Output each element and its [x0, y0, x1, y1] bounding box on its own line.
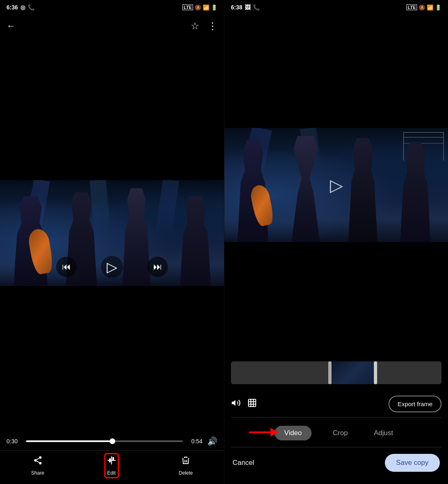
tabs-section: Video Crop Adjust — [224, 418, 448, 447]
svg-line-4 — [36, 458, 39, 460]
svg-point-2 — [39, 462, 42, 464]
edit-highlight-box — [104, 453, 119, 478]
signal-icon-right: 📶 — [427, 4, 433, 11]
rp-body-3 — [343, 138, 383, 242]
bottom-action-row: Cancel Save copy — [224, 447, 448, 484]
svg-point-0 — [39, 456, 42, 459]
play-controls: ⏮ ▷ ⏭ — [0, 256, 224, 278]
rp-member-3 — [343, 138, 383, 242]
rp-member-4 — [395, 142, 436, 242]
current-time: 0:30 — [7, 438, 21, 444]
top-bar-right: ☆ ⋮ — [191, 20, 217, 32]
right-panel: 6:38 🖼 📞 LTE 🔕 📶 🔋 — [224, 0, 448, 484]
delete-icon — [181, 455, 191, 468]
left-panel: 6:36 ◎ 📞 LTE 🔕 📶 🔋 ← ☆ ⋮ — [0, 0, 224, 484]
timeline-handle-right[interactable] — [374, 361, 377, 384]
delete-button[interactable]: Delete — [179, 455, 193, 476]
svg-point-1 — [34, 459, 37, 462]
timeline-track[interactable] — [231, 361, 441, 384]
rp-member-2 — [285, 136, 330, 242]
status-bar-left: 6:36 ◎ 📞 LTE 🔕 📶 🔋 — [0, 0, 224, 15]
mute-icon-right: 🔕 — [419, 4, 425, 11]
top-nav-bar-left: ← ☆ ⋮ — [0, 15, 224, 37]
bottom-nav-bar: Share Edit — [0, 450, 224, 484]
status-right: LTE 🔕 📶 🔋 — [182, 4, 217, 11]
progress-fill — [26, 440, 112, 442]
svg-rect-10 — [248, 399, 256, 407]
play-button-right[interactable]: ▷ — [330, 175, 343, 195]
rp-body-2 — [285, 136, 326, 242]
rp-body-4 — [395, 142, 436, 242]
progress-bar[interactable] — [26, 440, 183, 442]
fast-forward-icon: ⏭ — [153, 262, 162, 272]
frame-export-icon[interactable] — [247, 398, 257, 410]
more-options-button[interactable]: ⋮ — [208, 20, 217, 32]
battery-icon-right: 🔋 — [435, 4, 441, 11]
svg-line-3 — [36, 461, 39, 463]
mute-icon: 🔕 — [195, 4, 201, 11]
delete-label: Delete — [179, 470, 193, 476]
share-label: Share — [31, 470, 44, 476]
end-time: 0:54 — [188, 438, 202, 444]
arrow-pointer — [249, 431, 277, 433]
status-left: 6:36 ◎ 📞 — [7, 4, 35, 11]
volume-button-right[interactable] — [231, 398, 241, 410]
phone-icon: 📞 — [28, 4, 35, 11]
play-button[interactable]: ▷ — [101, 256, 123, 278]
progress-area: 0:30 0:54 🔊 — [0, 428, 224, 450]
red-arrow-shaft — [249, 431, 277, 433]
svg-marker-9 — [232, 400, 235, 406]
edit-button[interactable]: Edit — [107, 455, 116, 476]
share-button[interactable]: Share — [31, 455, 44, 476]
concert-video-left[interactable]: ⏮ ▷ ⏭ — [0, 180, 224, 286]
rewind-button[interactable]: ⏮ — [56, 257, 77, 277]
whatsapp-icon: ◎ — [20, 4, 25, 11]
tab-crop[interactable]: Crop — [328, 427, 353, 440]
export-frame-button[interactable]: Export frame — [389, 396, 441, 412]
timeline-thumbnail — [328, 361, 377, 384]
tab-video[interactable]: Video — [275, 426, 312, 440]
favorite-button[interactable]: ☆ — [191, 20, 200, 32]
tab-adjust[interactable]: Adjust — [369, 427, 398, 440]
lte-icon-right: LTE — [406, 4, 417, 10]
image-icon: 🖼 — [245, 4, 250, 11]
rewind-icon: ⏮ — [62, 262, 71, 272]
time-right: 6:38 — [231, 4, 242, 11]
rp-member-1 — [233, 140, 273, 242]
volume-button-left[interactable]: 🔊 — [207, 436, 217, 446]
share-icon — [33, 455, 43, 468]
back-button[interactable]: ← — [7, 21, 15, 31]
phone-icon-right: 📞 — [253, 4, 260, 11]
save-copy-button[interactable]: Save copy — [385, 454, 440, 472]
signal-icon: 📶 — [203, 4, 209, 11]
timeline-area — [224, 355, 448, 391]
progress-thumb[interactable] — [110, 438, 115, 444]
lte-icon: LTE — [182, 4, 193, 10]
status-left-right: 6:38 🖼 📞 — [231, 4, 260, 11]
controls-row: Export frame — [224, 391, 448, 417]
video-preview-right: ▷ — [224, 15, 448, 355]
fast-forward-button[interactable]: ⏭ — [147, 257, 168, 277]
cancel-button[interactable]: Cancel — [233, 459, 254, 467]
concert-video-right[interactable]: ▷ — [224, 128, 448, 242]
video-player-left: ⏮ ▷ ⏭ — [0, 37, 224, 428]
battery-icon: 🔋 — [211, 4, 217, 11]
timeline-handle-left[interactable] — [328, 361, 332, 384]
status-bar-right: 6:38 🖼 📞 LTE 🔕 📶 🔋 — [224, 0, 448, 15]
red-arrow-head — [270, 428, 278, 437]
time-left: 6:36 — [7, 4, 18, 11]
status-right-right: LTE 🔕 📶 🔋 — [406, 4, 441, 11]
